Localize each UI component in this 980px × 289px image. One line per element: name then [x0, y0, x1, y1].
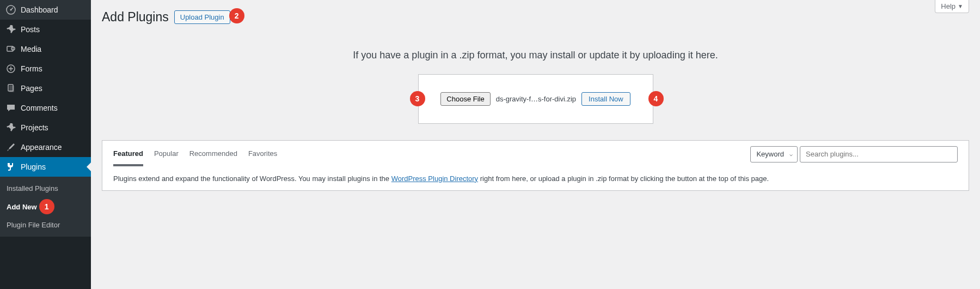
heading-row: Add Plugins Upload Plugin 2 [102, 0, 969, 28]
tabs-right: Keyword ⌵ [750, 146, 958, 162]
tab-popular[interactable]: Popular [154, 146, 179, 166]
tab-featured[interactable]: Featured [113, 146, 143, 166]
tab-favorites[interactable]: Favorites [248, 146, 277, 166]
pin-icon [5, 122, 16, 133]
keyword-label: Keyword [756, 150, 784, 158]
badge-2: 2 [229, 8, 244, 23]
sidebar-item-appearance[interactable]: Appearance [0, 137, 91, 157]
sidebar-item-label: Appearance [21, 143, 62, 152]
sidebar-item-label: Plugins [21, 162, 46, 171]
brush-icon [5, 142, 16, 153]
sidebar-item-forms[interactable]: Forms [0, 59, 91, 79]
submenu-add-new[interactable]: Add New 1 [0, 196, 91, 218]
badge-4: 4 [648, 91, 664, 106]
pin-icon [5, 24, 16, 35]
sidebar-item-label: Forms [21, 64, 42, 73]
plugin-directory-link[interactable]: WordPress Plugin Directory [391, 174, 478, 183]
selected-file-name: ds-gravity-f…s-for-divi.zip [496, 95, 576, 103]
upload-plugin-button[interactable]: Upload Plugin [174, 10, 230, 24]
sidebar-item-label: Comments [21, 104, 58, 112]
dashboard-icon [5, 4, 16, 15]
upload-instructions: If you have a plugin in a .zip format, y… [102, 50, 969, 61]
submenu-item-label: Plugin File Editor [7, 221, 60, 229]
svg-point-1 [10, 9, 12, 11]
sidebar-item-posts[interactable]: Posts [0, 20, 91, 39]
submenu-installed-plugins[interactable]: Installed Plugins [0, 181, 91, 196]
svg-rect-6 [9, 86, 14, 92]
search-plugins-input[interactable] [800, 146, 958, 162]
search-type-select[interactable]: Keyword ⌵ [750, 146, 798, 162]
sidebar-item-label: Dashboard [21, 5, 58, 14]
chevron-down-icon: ▼ [958, 3, 963, 9]
admin-sidebar: Dashboard Posts Media Forms Pages Commen… [0, 0, 91, 289]
media-icon [5, 44, 16, 55]
sidebar-item-media[interactable]: Media [0, 39, 91, 59]
sidebar-item-label: Posts [21, 25, 40, 34]
submenu-item-label: Add New [7, 203, 37, 211]
sidebar-item-label: Pages [21, 84, 42, 93]
sidebar-item-plugins[interactable]: Plugins [0, 157, 91, 177]
sidebar-item-label: Media [21, 45, 41, 53]
description-pre: Plugins extend and expand the functional… [113, 174, 391, 183]
tab-recommended[interactable]: Recommended [189, 146, 237, 166]
install-now-button[interactable]: Install Now [581, 92, 630, 106]
sidebar-item-pages[interactable]: Pages [0, 79, 91, 98]
description-post: right from here, or upload a plugin in .… [478, 174, 769, 183]
submenu-plugin-file-editor[interactable]: Plugin File Editor [0, 218, 91, 232]
badge-3: 3 [410, 91, 425, 106]
sidebar-item-label: Projects [21, 123, 48, 132]
help-tab[interactable]: Help ▼ [935, 0, 969, 13]
upload-area: 3 Choose File ds-gravity-f…s-for-divi.zi… [418, 74, 653, 124]
sidebar-item-comments[interactable]: Comments [0, 98, 91, 118]
help-label: Help [941, 2, 955, 10]
tabs-left: Featured Popular Recommended Favorites [113, 146, 750, 166]
main-content: Help ▼ Add Plugins Upload Plugin 2 If yo… [91, 0, 980, 289]
plug-icon [5, 161, 16, 172]
chevron-down-icon: ⌵ [789, 151, 793, 157]
page-title: Add Plugins [102, 4, 169, 28]
plugin-tabs: Featured Popular Recommended Favorites K… [102, 140, 969, 167]
sidebar-item-projects[interactable]: Projects [0, 118, 91, 137]
plugins-description: Plugins extend and expand the functional… [102, 167, 969, 191]
choose-file-button[interactable]: Choose File [440, 92, 490, 106]
pages-icon [5, 83, 16, 94]
comment-icon [5, 103, 16, 113]
badge-1: 1 [39, 199, 54, 214]
submenu-item-label: Installed Plugins [7, 184, 58, 192]
plugins-submenu: Installed Plugins Add New 1 Plugin File … [0, 177, 91, 237]
form-icon [5, 63, 16, 74]
sidebar-item-dashboard[interactable]: Dashboard [0, 0, 91, 20]
